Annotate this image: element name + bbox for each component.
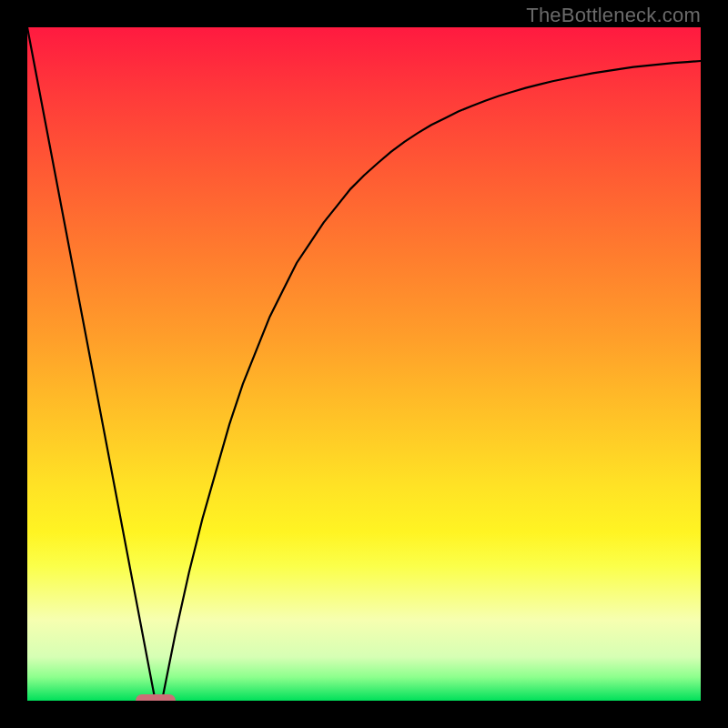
curve-left <box>27 27 156 701</box>
curve-right <box>162 61 701 701</box>
plot-area <box>27 27 701 701</box>
minimum-marker <box>136 694 176 701</box>
watermark-text: TheBottleneck.com <box>526 4 701 27</box>
curve-layer <box>27 27 701 701</box>
chart-frame: TheBottleneck.com <box>0 0 728 728</box>
